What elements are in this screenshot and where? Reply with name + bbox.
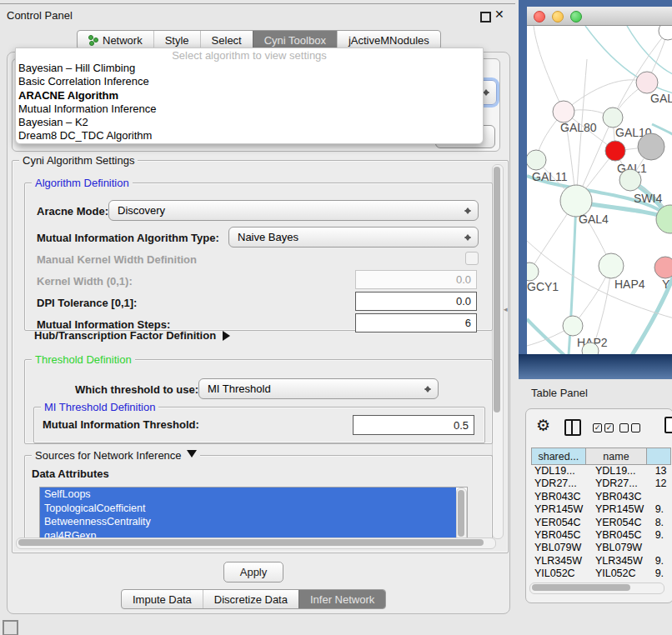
- mi-threshold-value: 0.5: [454, 419, 469, 432]
- which-threshold-combo[interactable]: MI Threshold: [198, 378, 439, 399]
- attributes-list-scrollbar-thumb[interactable]: [458, 490, 464, 537]
- new-table-icon[interactable]: [664, 417, 672, 433]
- table-row[interactable]: YPR145WYPR145W9.: [531, 503, 671, 516]
- table-cell: YLR345W: [531, 555, 585, 568]
- dpi-tolerance-field[interactable]: 0.0: [355, 292, 477, 311]
- network-node-hap2[interactable]: [563, 316, 583, 336]
- column-header[interactable]: [647, 448, 670, 464]
- table-row[interactable]: YBR043CYBR043C: [531, 491, 671, 503]
- cyni-algorithm-settings-group: Cyni Algorithm Settings Algorithm Defini…: [12, 160, 509, 553]
- network-node-swi4[interactable]: [619, 169, 641, 191]
- kernel-width-field[interactable]: 0.0: [355, 270, 477, 289]
- tab-discretize-data[interactable]: Discretize Data: [203, 590, 298, 608]
- mi-algorithm-type-combo[interactable]: Naive Bayes: [228, 227, 479, 248]
- close-icon[interactable]: ✕: [494, 8, 504, 21]
- algorithm-definition-group: Algorithm Definition Aracne Mode: Discov…: [24, 182, 493, 331]
- aracne-mode-label: Aracne Mode:: [37, 205, 108, 218]
- table-cell: YER054C: [531, 517, 585, 529]
- float-window-icon[interactable]: [480, 12, 491, 22]
- column-browser-icon[interactable]: [564, 419, 581, 436]
- algorithm-dropdown-popup: Select algorithm to view settings Bayesi…: [15, 48, 484, 144]
- zoom-traffic-light-icon[interactable]: [570, 11, 582, 22]
- tab-select[interactable]: Select: [200, 31, 253, 49]
- settings-horizontal-scrollbar-thumb[interactable]: [18, 539, 484, 546]
- combo-arrows-icon: [424, 382, 432, 396]
- kernel-width-value: 0.0: [456, 273, 471, 286]
- close-traffic-light-icon[interactable]: [534, 11, 545, 22]
- tab-infer-network[interactable]: Infer Network: [298, 590, 385, 608]
- algorithm-option[interactable]: Bayesian – Hill Climbing: [16, 62, 483, 75]
- table-cell: YBR045C: [531, 529, 585, 542]
- table-row[interactable]: YIL052CYIL052C9.: [531, 568, 671, 580]
- attributes-list-scrollbar[interactable]: [456, 488, 467, 542]
- settings-horizontal-scrollbar[interactable]: [16, 538, 496, 549]
- tab-label: Discretize Data: [214, 593, 288, 606]
- network-node-gal10[interactable]: [603, 108, 623, 128]
- unchecked-checkbox-icon[interactable]: [619, 423, 629, 432]
- mi-steps-field[interactable]: 6: [355, 313, 477, 332]
- table-cell: YPR145W: [585, 503, 648, 516]
- network-node-gal80[interactable]: [553, 101, 574, 122]
- table-horizontal-scrollbar[interactable]: [529, 582, 664, 594]
- apply-button[interactable]: Apply: [223, 562, 283, 582]
- table-row[interactable]: YER054CYER054C8.: [531, 517, 671, 529]
- table-cell: YBR043C: [531, 491, 585, 503]
- combo-arrows-icon: [464, 204, 472, 218]
- data-attribute-item[interactable]: SelfLoops: [40, 488, 456, 502]
- network-node-gal1[interactable]: [605, 141, 625, 161]
- algorithm-option[interactable]: Bayesian – K2: [16, 116, 483, 129]
- table-horizontal-scrollbar-thumb[interactable]: [532, 584, 630, 591]
- tab-style[interactable]: Style: [153, 31, 200, 49]
- gear-icon[interactable]: ⚙: [536, 416, 550, 435]
- algorithm-option[interactable]: Basic Correlation Inference: [16, 75, 483, 88]
- network-node-hap4[interactable]: [599, 253, 624, 278]
- network-node-y[interactable]: [654, 257, 672, 278]
- data-attribute-item[interactable]: BetweennessCentrality: [40, 515, 456, 529]
- dpi-tolerance-value: 0.0: [456, 295, 471, 308]
- column-header[interactable]: name: [586, 448, 648, 464]
- data-attribute-item[interactable]: TopologicalCoefficient: [40, 502, 456, 516]
- network-node[interactable]: [638, 133, 664, 160]
- network-node[interactable]: [659, 26, 672, 40]
- dock-panel-button[interactable]: [3, 620, 18, 635]
- tab-label: Infer Network: [310, 593, 374, 606]
- table-row[interactable]: YDL19...YDL19...13: [531, 465, 671, 478]
- network-graph[interactable]: GALGAL80GAL10GAL1GAL11SWI4GAL4GCY1HAP4YH…: [527, 26, 672, 354]
- algorithm-option[interactable]: Mutual Information Inference: [16, 102, 483, 116]
- mi-algorithm-type-value: Naive Bayes: [238, 231, 298, 243]
- column-header[interactable]: shared...: [532, 448, 586, 464]
- tab-network[interactable]: Network: [78, 31, 153, 49]
- data-attributes-label: Data Attributes: [32, 468, 109, 480]
- collapse-down-icon[interactable]: [187, 450, 197, 462]
- checked-checkbox-icon[interactable]: ✓: [593, 423, 602, 432]
- network-node-gal[interactable]: [636, 72, 658, 93]
- tab-jactivemnodules[interactable]: jActiveMNodules: [337, 31, 440, 49]
- aracne-mode-combo[interactable]: Discovery: [108, 200, 479, 221]
- algorithm-option[interactable]: ARACNE Algorithm: [16, 89, 483, 102]
- manual-kernel-width-checkbox[interactable]: [465, 252, 479, 265]
- network-view-window[interactable]: GALGAL80GAL10GAL1GAL11SWI4GAL4GCY1HAP4YH…: [527, 7, 672, 354]
- data-attributes-list[interactable]: SelfLoopsTopologicalCoefficientBetweenne…: [39, 487, 468, 543]
- checked-checkbox-icon[interactable]: ✓: [604, 423, 614, 432]
- algorithm-option[interactable]: Dream8 DC_TDC Algorithm: [16, 129, 483, 142]
- table-row[interactable]: YLR345WYLR345W9.: [531, 555, 671, 568]
- mi-algorithm-type-label: Mutual Information Algorithm Type:: [37, 232, 219, 244]
- tab-impute-data[interactable]: Impute Data: [122, 590, 203, 608]
- split-pane-collapse-icon[interactable]: ◂: [504, 305, 508, 313]
- settings-vertical-scrollbar[interactable]: [492, 164, 504, 539]
- network-node-gal11[interactable]: [527, 150, 546, 170]
- table-row[interactable]: YBR045CYBR045C9.: [531, 529, 671, 542]
- network-node-label: GAL80: [560, 121, 597, 134]
- minimize-traffic-light-icon[interactable]: [552, 11, 564, 22]
- settings-vertical-scrollbar-thumb[interactable]: [494, 167, 500, 412]
- table-row[interactable]: YDR27...YDR27...12: [531, 478, 671, 490]
- combo-arrows-icon: [483, 86, 490, 99]
- network-node-label: GCY1: [527, 280, 559, 293]
- tab-cyni-toolbox[interactable]: Cyni Toolbox: [253, 31, 337, 49]
- hub-transcription-factor-section[interactable]: Hub/Transcription Factor Definition: [34, 329, 235, 342]
- network-node-gcy1[interactable]: [527, 262, 539, 281]
- mi-threshold-field[interactable]: 0.5: [353, 415, 474, 435]
- table-cell: YLR345W: [585, 555, 648, 568]
- unchecked-checkbox-icon[interactable]: [631, 423, 640, 432]
- table-row[interactable]: YBL079WYBL079W: [531, 542, 671, 554]
